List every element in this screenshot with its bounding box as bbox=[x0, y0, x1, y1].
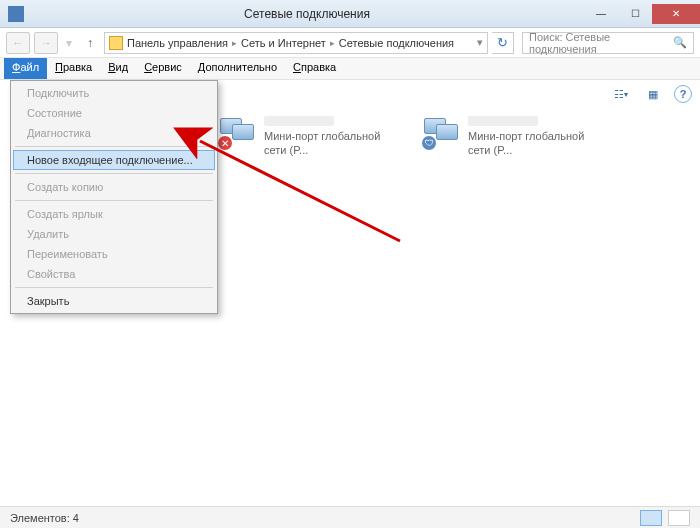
forward-button[interactable]: → bbox=[34, 32, 58, 54]
status-bar: Элементов: 4 bbox=[0, 506, 700, 528]
menu-item-status[interactable]: Состояние bbox=[13, 103, 215, 123]
connection-name bbox=[264, 116, 334, 126]
connection-name bbox=[468, 116, 538, 126]
menu-item-connect[interactable]: Подключить bbox=[13, 83, 215, 103]
app-icon bbox=[8, 6, 24, 22]
maximize-button[interactable]: ☐ bbox=[618, 4, 652, 24]
address-dropdown-icon[interactable]: ▾ bbox=[477, 36, 483, 49]
window-title: Сетевые подключения bbox=[30, 7, 584, 21]
badge-icon: 🛡 bbox=[422, 136, 436, 150]
menu-divider bbox=[15, 287, 213, 288]
status-text: Элементов: 4 bbox=[10, 512, 79, 524]
network-icon: ✕ bbox=[218, 116, 258, 150]
help-button[interactable]: ? bbox=[674, 85, 692, 103]
menu-item-copy[interactable]: Создать копию bbox=[13, 177, 215, 197]
up-button[interactable]: ↑ bbox=[80, 33, 100, 53]
breadcrumb-part[interactable]: Сетевые подключения bbox=[339, 37, 454, 49]
close-button[interactable]: ✕ bbox=[652, 4, 700, 24]
connection-item[interactable]: 🛡 Мини-порт глобальной сети (P... bbox=[422, 116, 608, 157]
connection-desc: Мини-порт глобальной сети (P... bbox=[264, 129, 404, 157]
window-controls: — ☐ ✕ bbox=[584, 4, 700, 24]
folder-icon bbox=[109, 36, 123, 50]
menu-item-new-incoming-connection[interactable]: Новое входящее подключение... bbox=[13, 150, 215, 170]
history-dropdown[interactable]: ▾ bbox=[62, 32, 76, 54]
back-button[interactable]: ← bbox=[6, 32, 30, 54]
minimize-button[interactable]: — bbox=[584, 4, 618, 24]
search-placeholder: Поиск: Сетевые подключения bbox=[529, 31, 673, 55]
menu-help[interactable]: Справка bbox=[285, 58, 344, 79]
menu-divider bbox=[15, 173, 213, 174]
menu-tools[interactable]: Сервис bbox=[136, 58, 190, 79]
refresh-button[interactable]: ↻ bbox=[492, 32, 514, 54]
menu-item-diagnostics[interactable]: Диагностика bbox=[13, 123, 215, 143]
menu-edit[interactable]: Правка bbox=[47, 58, 100, 79]
layout-button[interactable]: ▦ bbox=[642, 85, 664, 103]
menu-divider bbox=[15, 200, 213, 201]
menu-item-shortcut[interactable]: Создать ярлык bbox=[13, 204, 215, 224]
address-bar[interactable]: Панель управления ▸ Сеть и Интернет ▸ Се… bbox=[104, 32, 488, 54]
titlebar: Сетевые подключения — ☐ ✕ bbox=[0, 0, 700, 28]
menu-view[interactable]: Вид bbox=[100, 58, 136, 79]
menu-item-close[interactable]: Закрыть bbox=[13, 291, 215, 311]
menu-advanced[interactable]: Дополнительно bbox=[190, 58, 285, 79]
search-icon: 🔍 bbox=[673, 36, 687, 49]
menu-item-rename[interactable]: Переименовать bbox=[13, 244, 215, 264]
search-input[interactable]: Поиск: Сетевые подключения 🔍 bbox=[522, 32, 694, 54]
file-menu-dropdown: Подключить Состояние Диагностика Новое в… bbox=[10, 80, 218, 314]
menu-item-delete[interactable]: Удалить bbox=[13, 224, 215, 244]
breadcrumb-part[interactable]: Панель управления bbox=[127, 37, 228, 49]
view-mode-button[interactable]: ☷ ▾ bbox=[610, 85, 632, 103]
breadcrumb-part[interactable]: Сеть и Интернет bbox=[241, 37, 326, 49]
view-details-button[interactable] bbox=[640, 510, 662, 526]
view-icons-button[interactable] bbox=[668, 510, 690, 526]
menubar: Файл Правка Вид Сервис Дополнительно Спр… bbox=[0, 58, 700, 80]
breadcrumb-sep: ▸ bbox=[330, 38, 335, 48]
menu-item-properties[interactable]: Свойства bbox=[13, 264, 215, 284]
connection-desc: Мини-порт глобальной сети (P... bbox=[468, 129, 608, 157]
breadcrumb-sep: ▸ bbox=[232, 38, 237, 48]
disabled-mark-icon: ✕ bbox=[218, 136, 232, 150]
address-row: ← → ▾ ↑ Панель управления ▸ Сеть и Интер… bbox=[0, 28, 700, 58]
connection-item[interactable]: ✕ Мини-порт глобальной сети (P... bbox=[218, 116, 404, 157]
menu-file[interactable]: Файл bbox=[4, 58, 47, 79]
menu-divider bbox=[15, 146, 213, 147]
network-icon: 🛡 bbox=[422, 116, 462, 150]
